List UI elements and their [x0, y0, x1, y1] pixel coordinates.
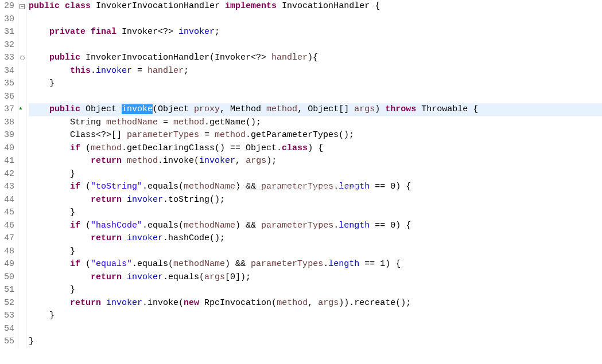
line-number[interactable]: 52 [2, 297, 14, 310]
line-number[interactable]: 29 [2, 0, 14, 13]
code-line[interactable] [29, 323, 602, 336]
fold-marker[interactable] [18, 65, 26, 78]
breakpoint-icon[interactable] [20, 56, 25, 60]
line-number[interactable]: 50 [2, 271, 14, 284]
code-line[interactable]: if ("toString".equals(methodName) && par… [29, 181, 602, 194]
token-p [86, 27, 91, 37]
line-number[interactable]: 31 [2, 26, 14, 39]
code-line[interactable]: Class<?>[] parameterTypes = method.getPa… [29, 129, 602, 142]
code-line[interactable] [29, 91, 602, 104]
code-line[interactable]: String methodName = method.getName(); [29, 116, 602, 130]
code-area[interactable]: public class InvokerInvocationHandler im… [26, 0, 602, 349]
fold-marker[interactable] [18, 323, 26, 336]
fold-marker[interactable] [18, 26, 26, 39]
code-line[interactable]: if ("hashCode".equals(methodName) && par… [29, 220, 602, 233]
fold-marker[interactable] [18, 258, 26, 271]
line-number[interactable]: 41 [2, 155, 14, 168]
fold-marker[interactable] [18, 245, 26, 259]
code-line[interactable]: return invoker.hashCode(); [29, 232, 602, 245]
code-line[interactable]: return invoker.toString(); [29, 194, 602, 207]
token-var: method [215, 130, 246, 140]
collapse-icon[interactable] [20, 4, 25, 9]
line-number[interactable]: 40 [2, 142, 14, 155]
line-number[interactable]: 35 [2, 77, 14, 91]
line-number[interactable]: 39 [2, 129, 14, 142]
code-line[interactable]: } [29, 77, 602, 91]
token-p [29, 233, 91, 243]
token-kw: public [49, 104, 80, 114]
fold-marker[interactable] [18, 155, 26, 168]
line-number[interactable]: 47 [2, 232, 14, 245]
line-number[interactable]: 32 [2, 39, 14, 52]
line-number[interactable]: 54 [2, 323, 14, 336]
fold-marker[interactable] [18, 232, 26, 245]
fold-marker[interactable] [18, 77, 26, 91]
fold-marker[interactable] [18, 297, 26, 310]
code-line[interactable]: return invoker.invoke(new RpcInvocation(… [29, 297, 602, 310]
fold-marker[interactable] [18, 194, 26, 207]
fold-marker[interactable] [18, 142, 26, 155]
token-p: . [333, 182, 339, 191]
line-number[interactable]: 51 [2, 284, 14, 297]
code-line[interactable] [29, 13, 602, 26]
fold-marker[interactable] [18, 271, 26, 284]
code-line[interactable]: public InvokerInvocationHandler(Invoker<… [29, 52, 602, 65]
fold-marker[interactable] [18, 220, 26, 233]
fold-marker[interactable] [18, 310, 26, 323]
line-number[interactable]: 33 [2, 52, 14, 65]
code-line[interactable] [29, 39, 602, 52]
code-line[interactable]: this.invoker = handler; [29, 65, 602, 78]
override-icon[interactable] [20, 107, 25, 112]
line-number[interactable]: 48 [2, 245, 14, 259]
code-line[interactable]: } [29, 310, 602, 323]
fold-marker[interactable] [18, 284, 26, 297]
token-p [29, 104, 49, 114]
code-line[interactable]: } [29, 245, 602, 259]
fold-marker[interactable] [18, 168, 26, 181]
token-var: parameterTypes [251, 259, 323, 269]
fold-marker[interactable] [18, 91, 26, 104]
fold-marker[interactable] [18, 129, 26, 142]
token-p: , [235, 156, 246, 166]
line-number[interactable]: 34 [2, 65, 14, 78]
line-number[interactable]: 30 [2, 13, 14, 26]
line-number[interactable]: 44 [2, 194, 14, 207]
line-number-gutter[interactable]: 2930313233343536373839404142434445464748… [0, 0, 18, 349]
line-number[interactable]: 45 [2, 206, 14, 220]
fold-marker[interactable] [18, 103, 26, 116]
line-number[interactable]: 49 [2, 258, 14, 271]
line-number[interactable]: 42 [2, 168, 14, 181]
line-number[interactable]: 36 [2, 91, 14, 104]
line-number[interactable]: 55 [2, 335, 14, 349]
selected-text: invoke [122, 104, 153, 114]
marker-column[interactable] [18, 0, 26, 349]
fold-marker[interactable] [18, 181, 26, 194]
code-line[interactable]: private final Invoker<?> invoker; [29, 26, 602, 39]
line-number[interactable]: 46 [2, 220, 14, 233]
fold-marker[interactable] [18, 335, 26, 349]
token-p: Class<?>[] [29, 130, 127, 140]
code-line[interactable]: } [29, 335, 602, 349]
line-number[interactable]: 38 [2, 116, 14, 130]
fold-marker[interactable] [18, 206, 26, 220]
fold-marker[interactable] [18, 116, 26, 130]
fold-marker[interactable] [18, 13, 26, 26]
code-line[interactable]: public Object invoke(Object proxy, Metho… [29, 103, 602, 116]
line-number[interactable]: 43 [2, 181, 14, 194]
token-p: .toString(); [163, 195, 225, 205]
code-line[interactable]: public class InvokerInvocationHandler im… [29, 0, 602, 13]
token-p: . [323, 259, 328, 269]
line-number[interactable]: 37 [2, 103, 14, 116]
code-line[interactable]: if ("equals".equals(methodName) && param… [29, 258, 602, 271]
fold-marker[interactable] [18, 0, 26, 13]
code-line[interactable]: } [29, 168, 602, 181]
code-line[interactable]: } [29, 206, 602, 220]
code-editor[interactable]: 2930313233343536373839404142434445464748… [0, 0, 602, 349]
fold-marker[interactable] [18, 52, 26, 65]
code-line[interactable]: return invoker.equals(args[0]); [29, 271, 602, 284]
code-line[interactable]: if (method.getDeclaringClass() == Object… [29, 142, 602, 155]
code-line[interactable]: return method.invoke(invoker, args); [29, 155, 602, 168]
line-number[interactable]: 53 [2, 310, 14, 323]
code-line[interactable]: } [29, 284, 602, 297]
fold-marker[interactable] [18, 39, 26, 52]
